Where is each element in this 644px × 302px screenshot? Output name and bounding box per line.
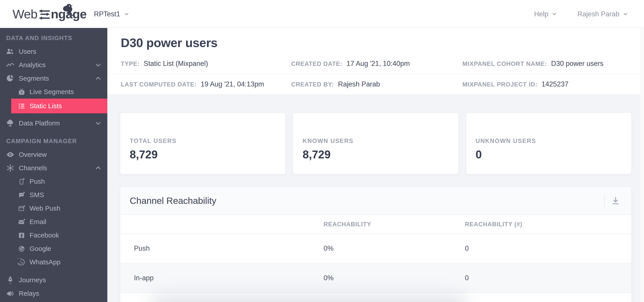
- column-header-reachability-count: REACHABILITY (#): [465, 221, 631, 228]
- download-button[interactable]: [611, 196, 620, 206]
- chevron-up-icon: [94, 75, 102, 82]
- dashboard-body: TOTAL USERS 8,729 KNOWN USERS 8,729 UNKN…: [107, 95, 640, 302]
- analytics-icon: [6, 61, 15, 69]
- sidebar-item-channels[interactable]: Channels: [0, 161, 107, 175]
- journeys-icon: [6, 275, 15, 284]
- help-menu[interactable]: Help: [534, 10, 557, 18]
- sidebar-item-overview[interactable]: Overview: [0, 148, 107, 161]
- data-platform-icon: [6, 119, 15, 128]
- project-name: RPTest1: [94, 10, 120, 18]
- table-row-push: Push 0% 0: [120, 234, 631, 263]
- email-icon: [17, 217, 26, 226]
- meta-created-date: CREATED DATE: 17 Aug '21, 10:40pm: [291, 60, 462, 68]
- logo-bird-icon: [60, 2, 77, 18]
- sidebar-nav: DATA AND INSIGHTS Users Analytics Segmen…: [0, 28, 107, 302]
- logo-arrows-e-icon: [38, 9, 50, 20]
- logo-text-web: Web: [12, 8, 37, 20]
- overview-icon: [6, 150, 15, 159]
- vertical-divider: [604, 194, 605, 208]
- sidebar-section-data-and-insights: DATA AND INSIGHTS: [0, 31, 107, 45]
- sidebar-item-whatsapp[interactable]: WhatsApp: [0, 255, 107, 269]
- unknown-users-card: UNKNOWN USERS 0: [466, 113, 632, 174]
- sidebar-item-static-lists[interactable]: Static Lists: [11, 99, 107, 113]
- sidebar-item-live-segments[interactable]: Live Segments: [0, 85, 107, 99]
- page-title: D30 power users: [121, 36, 640, 54]
- user-name: Rajesh Parab: [577, 10, 620, 18]
- channel-reachability-card: Channel Reachability REACHABILITY REACHA…: [120, 187, 632, 302]
- meta-type: TYPE: Static List (Mixpanel): [121, 60, 291, 68]
- web-push-icon: [17, 204, 26, 213]
- project-selector[interactable]: RPTest1: [94, 0, 130, 28]
- sidebar-item-push[interactable]: Push: [0, 175, 107, 188]
- channel-name: Push: [120, 244, 324, 252]
- channel-name: In-app: [120, 274, 324, 282]
- webengage-logo[interactable]: Web ngage: [12, 0, 86, 28]
- sidebar-item-web-push[interactable]: Web Push: [0, 202, 107, 215]
- whatsapp-icon: [17, 258, 26, 267]
- sidebar-item-data-platform[interactable]: Data Platform: [0, 116, 107, 130]
- webengage-app: Web ngage RPTest1: [0, 0, 644, 302]
- table-row-in-app: In-app 0% 0: [120, 263, 631, 293]
- chevron-down-icon: [552, 11, 557, 17]
- chevron-up-icon: [94, 164, 102, 172]
- sidebar-item-analytics[interactable]: Analytics: [0, 58, 107, 72]
- static-lists-icon: [17, 101, 26, 110]
- meta-row-2: LAST COMPUTED DATE: 19 Aug '21, 04:13pm …: [107, 74, 640, 95]
- main-content: D30 power users TYPE: Static List (Mixpa…: [107, 28, 640, 302]
- sidebar-item-google[interactable]: Google: [0, 242, 107, 255]
- page-header-band: D30 power users TYPE: Static List (Mixpa…: [107, 28, 640, 95]
- users-icon: [6, 47, 15, 56]
- reachability-table-header: REACHABILITY REACHABILITY (#): [120, 215, 631, 234]
- reachability-actions: [604, 187, 631, 215]
- chevron-down-icon: [622, 11, 628, 17]
- relays-icon: [6, 289, 15, 298]
- channel-reachability-title: Channel Reachability: [130, 196, 216, 206]
- reachability-count: 0: [465, 244, 631, 252]
- meta-created-by: CREATED BY: Rajesh Parab: [291, 80, 462, 88]
- total-users-card: TOTAL USERS 8,729: [120, 113, 286, 174]
- channels-icon: [6, 164, 15, 173]
- sidebar-item-relays[interactable]: Relays: [0, 287, 107, 300]
- meta-mixpanel-project-id: MIXPANEL PROJECT ID: 1425237: [462, 80, 640, 88]
- channel-reachability-header: Channel Reachability: [120, 187, 631, 215]
- known-users-card: KNOWN USERS 8,729: [293, 113, 458, 174]
- google-icon: [17, 244, 26, 253]
- stat-cards-row: TOTAL USERS 8,729 KNOWN USERS 8,729 UNKN…: [107, 95, 640, 174]
- meta-last-computed-date: LAST COMPUTED DATE: 19 Aug '21, 04:13pm: [121, 80, 291, 88]
- scrollbar-track[interactable]: [640, 28, 644, 302]
- meta-row-1: TYPE: Static List (Mixpanel) CREATED DAT…: [107, 54, 640, 74]
- sidebar-item-segments[interactable]: Segments: [0, 72, 107, 85]
- chevron-down-icon: [94, 61, 102, 69]
- segments-icon: [6, 74, 15, 83]
- reachability-percent: 0%: [324, 274, 465, 282]
- push-icon: [17, 177, 26, 186]
- sidebar-item-sms[interactable]: SMS: [0, 188, 107, 202]
- sidebar-item-users[interactable]: Users: [0, 45, 107, 58]
- sidebar-item-journeys[interactable]: Journeys: [0, 273, 107, 287]
- column-header-reachability: REACHABILITY: [324, 221, 465, 228]
- sms-icon: [17, 190, 26, 199]
- facebook-icon: [17, 231, 26, 240]
- top-header: Web ngage RPTest1: [0, 0, 644, 28]
- topbar-right: Help Rajesh Parab: [534, 0, 628, 28]
- reachability-count: 0: [465, 274, 631, 282]
- help-label: Help: [534, 10, 548, 18]
- user-menu[interactable]: Rajesh Parab: [577, 10, 628, 18]
- reachability-percent: 0%: [324, 244, 465, 252]
- live-segments-icon: [17, 87, 26, 96]
- meta-mixpanel-cohort-name: MIXPANEL COHORT NAME: D30 power users: [462, 60, 640, 68]
- chevron-down-icon: [94, 119, 102, 127]
- chevron-down-icon: [124, 11, 130, 17]
- sidebar-item-facebook[interactable]: Facebook: [0, 229, 107, 242]
- sidebar-item-email[interactable]: Email: [0, 215, 107, 229]
- sidebar-section-campaign-manager: CAMPAIGN MANAGER: [0, 134, 107, 148]
